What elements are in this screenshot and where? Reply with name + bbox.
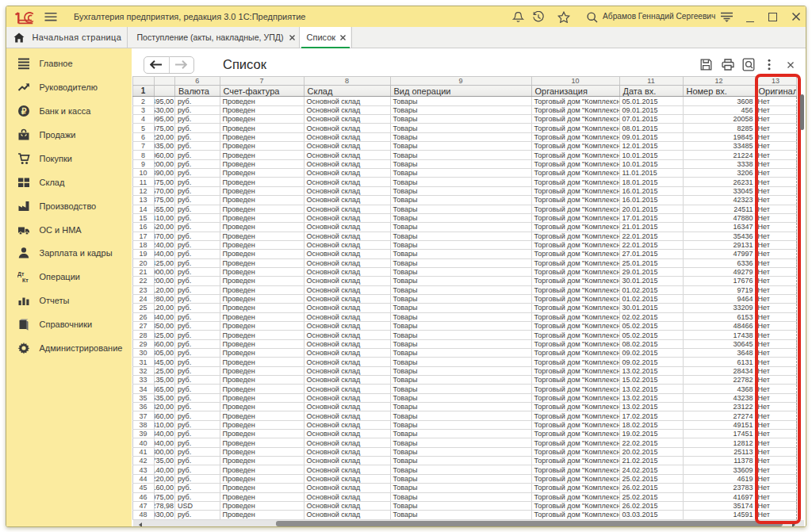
svg-text:Кт: Кт <box>22 277 29 283</box>
svg-text:₽: ₽ <box>21 105 27 115</box>
